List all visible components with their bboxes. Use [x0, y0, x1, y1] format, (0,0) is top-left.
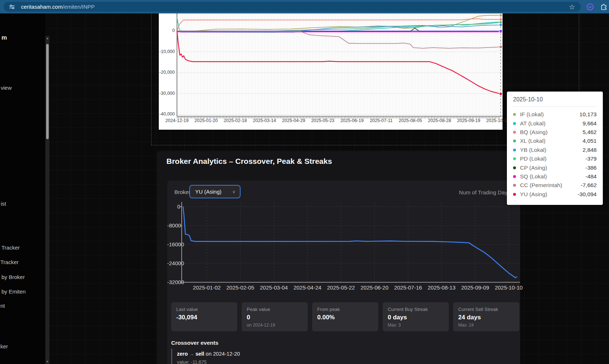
scroll-down-arrow[interactable]: ▼: [45, 360, 49, 364]
sidebar-item-tracker-1[interactable]: Tracker: [1, 244, 20, 251]
tooltip-row: YU (Asing)-30,094: [513, 190, 597, 199]
series-label: CP (Asing): [520, 165, 585, 171]
sidebar-item-by-emiten[interactable]: by Emiten: [1, 288, 26, 295]
series-label: YB (Lokal): [520, 147, 582, 153]
scrollbar-thumb[interactable]: [46, 44, 49, 139]
stat-label: Current Buy Streak: [388, 307, 444, 312]
bookmark-star-icon[interactable]: ☆: [567, 2, 577, 12]
tooltip-row: PD (Lokal)-379: [513, 154, 597, 163]
stat-card: Current Buy Streak0 daysMax: 3: [383, 302, 449, 331]
series-dot-icon: [513, 113, 516, 116]
stat-value: 0 days: [388, 314, 444, 321]
series-dot-icon: [513, 166, 516, 169]
url-path: /emiten/INPP: [62, 4, 94, 10]
series-value: -30,094: [577, 191, 597, 198]
series-value: 2,848: [582, 147, 597, 153]
sidebar: m view ist Tracker Tracker by Broker by …: [0, 13, 45, 364]
stat-value: 0.00%: [317, 314, 373, 321]
browser-toolbar: ceritasaham.com/emiten/INPP ☆: [0, 0, 609, 13]
tooltip-row: XL (Lokal)4,051: [513, 137, 597, 145]
sidebar-item-overview[interactable]: view: [1, 85, 12, 91]
series-dot-icon: [513, 193, 516, 196]
series-value: 9,664: [582, 120, 597, 127]
stat-sublabel: Max: 3: [388, 323, 444, 328]
tooltip-row: AT (Lokal)9,664: [513, 119, 597, 128]
series-label: PD (Lokal): [520, 155, 585, 162]
tooltip-row: BQ (Asing)5,462: [513, 128, 597, 137]
chart-series-svg: [159, 13, 503, 130]
series-label: CC (Pemerintah): [520, 182, 581, 189]
stat-card: Peak value0on 2024-12-19: [242, 302, 308, 331]
series-label: AT (Lokal): [520, 120, 582, 127]
series-label: SQ (Lokal): [520, 173, 585, 180]
url-host: ceritasaham.com: [21, 4, 62, 10]
arrow-right-icon: →: [189, 351, 194, 357]
stat-value: 0: [247, 314, 303, 321]
tooltip-row: IF (Lokal)10,173: [513, 110, 597, 119]
series-dot-icon: [513, 175, 516, 178]
stats-row: Last value-30,094Peak value0on 2024-12-1…: [171, 302, 519, 331]
tooltip-row: YB (Lokal)2,848: [513, 146, 597, 154]
sidebar-logo-fragment: m: [1, 34, 7, 41]
series-value: 5,462: [582, 129, 597, 136]
series-label: BQ (Asing): [520, 129, 582, 136]
series-dot-icon: [513, 131, 516, 134]
series-label: YU (Asing): [520, 191, 577, 198]
detail-chart-svg: [167, 189, 520, 295]
tooltip-divider: [513, 106, 597, 107]
series-value: -7,662: [581, 182, 597, 189]
tooltip-date: 2025-10-10: [513, 96, 597, 103]
series-dot-icon: [513, 184, 516, 187]
stat-card: Current Sell Streak24 daysMax: 24: [453, 302, 519, 331]
sidebar-item-by-broker[interactable]: by Broker: [1, 274, 25, 280]
site-info-tune-icon[interactable]: [9, 4, 15, 10]
series-value: 10,173: [580, 111, 597, 118]
crossover-event-item: zero → sell on 2024-12-20 value: -11,675: [171, 349, 240, 364]
tooltip-row: CC (Pemerintah)-7,662: [513, 181, 597, 190]
sidebar-item-watchlist[interactable]: ist: [1, 201, 6, 207]
sidebar-item-tracker-2[interactable]: Tracker: [0, 259, 19, 265]
stat-label: Last value: [176, 307, 232, 312]
stat-value: -30,094: [176, 314, 232, 321]
extensions-puzzle-icon[interactable]: [599, 2, 609, 12]
crossover-heading: Crossover events: [171, 340, 218, 346]
stat-sublabel: on 2024-12-19: [247, 323, 303, 328]
series-label: XL (Lokal): [520, 138, 582, 144]
stat-card: Last value-30,094: [171, 302, 237, 331]
scroll-up-arrow[interactable]: ▲: [45, 36, 49, 40]
series-dot-icon: [513, 139, 516, 142]
series-value: -386: [585, 165, 597, 171]
sidebar-item-account[interactable]: nt: [0, 303, 5, 309]
tooltip-row: SQ (Lokal)-484: [513, 172, 597, 181]
url-text[interactable]: ceritasaham.com/emiten/INPP: [21, 4, 95, 10]
chart-tooltip: 2025-10-10 IF (Lokal)10,173AT (Lokal)9,6…: [507, 92, 603, 205]
series-dot-icon: [513, 122, 516, 125]
crossover-event-value: value: -11,675: [177, 359, 240, 364]
sidebar-scrollbar[interactable]: ▲ ▼: [45, 36, 49, 364]
stat-label: From peak: [317, 307, 373, 312]
broker-cumulative-chart[interactable]: 0-10,000-20,000-30,000-40,0002024-12-192…: [159, 13, 503, 130]
crossover-event-text: zero → sell on 2024-12-20: [177, 351, 240, 357]
series-dot-icon: [513, 157, 516, 160]
stat-label: Peak value: [247, 307, 303, 312]
stat-sublabel: Max: 24: [458, 323, 514, 328]
series-value: 4,051: [582, 138, 597, 144]
broker-detail-chart[interactable]: 2025-01-022025-02-052025-03-042025-04-24…: [167, 189, 520, 295]
series-value: -379: [585, 155, 597, 162]
url-bar[interactable]: ceritasaham.com/emiten/INPP: [4, 2, 581, 12]
series-label: IF (Lokal): [520, 111, 580, 118]
series-dot-icon: [513, 149, 516, 151]
series-value: -484: [585, 173, 597, 180]
sidebar-item-broker[interactable]: ker: [0, 343, 8, 349]
section-heading: Broker Analytics – Crossover, Peak & Str…: [166, 157, 332, 166]
extension-clock-icon[interactable]: [585, 2, 595, 12]
tooltip-row: CP (Asing)-386: [513, 163, 597, 172]
stat-card: From peak0.00%: [312, 302, 378, 331]
stat-label: Current Sell Streak: [458, 307, 514, 312]
stat-value: 24 days: [458, 314, 514, 321]
